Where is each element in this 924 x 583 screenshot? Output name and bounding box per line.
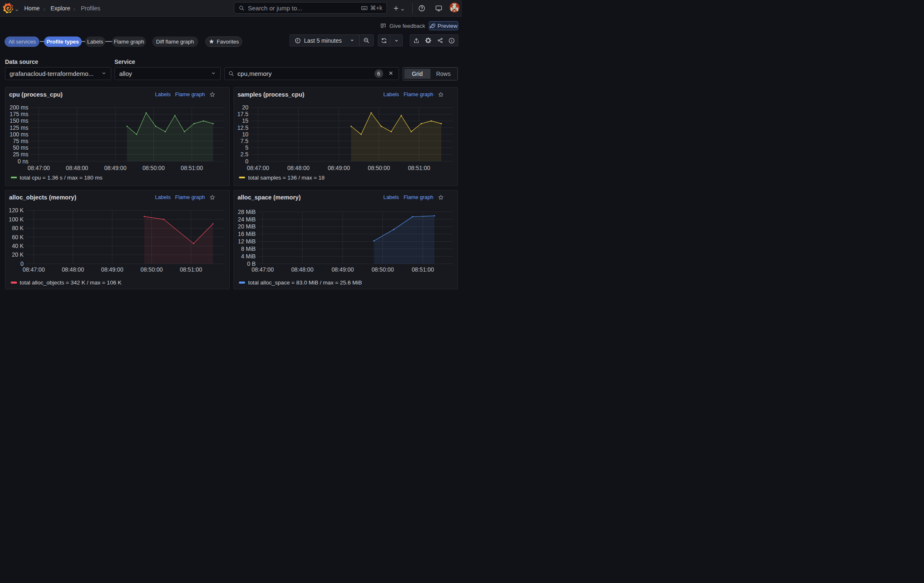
svg-text:17.5: 17.5	[237, 111, 248, 117]
svg-text:50 ms: 50 ms	[13, 145, 29, 151]
svg-text:80 K: 80 K	[12, 225, 24, 231]
svg-text:40 K: 40 K	[12, 243, 24, 249]
svg-text:08:49:00: 08:49:00	[104, 165, 126, 171]
svg-text:15: 15	[242, 118, 248, 124]
svg-text:2.5: 2.5	[241, 151, 248, 158]
svg-text:0: 0	[245, 158, 248, 165]
svg-text:08:47:00: 08:47:00	[23, 267, 45, 273]
svg-text:08:51:00: 08:51:00	[181, 165, 203, 171]
svg-text:20 K: 20 K	[12, 252, 24, 258]
svg-text:20: 20	[242, 104, 248, 111]
svg-text:08:48:00: 08:48:00	[291, 267, 314, 273]
svg-text:175 ms: 175 ms	[10, 111, 28, 117]
svg-text:0 ns: 0 ns	[17, 158, 28, 165]
svg-text:5: 5	[245, 145, 248, 151]
svg-text:08:51:00: 08:51:00	[408, 165, 430, 171]
svg-text:0 B: 0 B	[247, 261, 255, 267]
svg-text:24 MiB: 24 MiB	[238, 216, 255, 223]
svg-text:100 K: 100 K	[9, 216, 24, 223]
svg-text:75 ms: 75 ms	[13, 138, 29, 144]
svg-text:10: 10	[242, 131, 248, 138]
svg-text:200 ms: 200 ms	[10, 104, 28, 111]
svg-text:0: 0	[20, 261, 24, 267]
svg-text:08:48:00: 08:48:00	[62, 267, 84, 273]
svg-text:08:50:00: 08:50:00	[141, 267, 163, 273]
svg-text:08:47:00: 08:47:00	[251, 267, 274, 273]
svg-text:08:47:00: 08:47:00	[28, 165, 50, 171]
svg-text:4 MiB: 4 MiB	[241, 253, 255, 260]
svg-text:100 ms: 100 ms	[10, 131, 28, 138]
svg-text:08:47:00: 08:47:00	[247, 165, 269, 171]
svg-text:08:48:00: 08:48:00	[66, 165, 88, 171]
svg-text:16 MiB: 16 MiB	[238, 231, 255, 237]
svg-text:08:51:00: 08:51:00	[411, 267, 434, 273]
svg-text:7.5: 7.5	[241, 138, 248, 144]
svg-text:08:50:00: 08:50:00	[372, 267, 394, 273]
svg-text:08:51:00: 08:51:00	[180, 267, 202, 273]
svg-text:08:49:00: 08:49:00	[101, 267, 124, 273]
svg-text:08:48:00: 08:48:00	[287, 165, 309, 171]
svg-text:08:49:00: 08:49:00	[331, 267, 354, 273]
svg-text:08:49:00: 08:49:00	[328, 165, 350, 171]
svg-text:8 MiB: 8 MiB	[241, 246, 255, 252]
svg-text:60 K: 60 K	[12, 234, 24, 240]
svg-text:20 MiB: 20 MiB	[238, 223, 255, 230]
svg-text:28 MiB: 28 MiB	[238, 209, 255, 215]
svg-text:12 MiB: 12 MiB	[238, 238, 255, 245]
svg-text:08:50:00: 08:50:00	[367, 165, 390, 171]
svg-text:125 ms: 125 ms	[10, 125, 28, 131]
svg-text:08:50:00: 08:50:00	[142, 165, 165, 171]
svg-text:25 ms: 25 ms	[13, 151, 29, 158]
svg-text:120 K: 120 K	[9, 208, 24, 214]
svg-text:150 ms: 150 ms	[10, 118, 28, 124]
svg-text:12.5: 12.5	[237, 125, 248, 131]
